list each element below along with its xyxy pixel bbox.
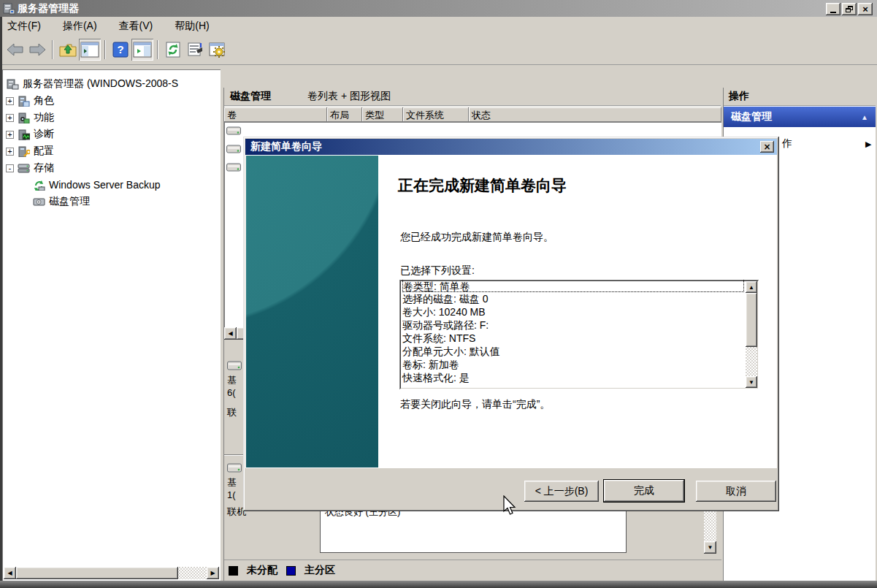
expand-icon[interactable]: +	[6, 131, 14, 139]
expand-icon[interactable]: +	[6, 148, 14, 156]
cancel-button[interactable]: 取消	[696, 481, 776, 502]
tree-item-label: Windows Server Backup	[49, 179, 161, 191]
tree-item-diagnostics[interactable]: + 诊断	[6, 127, 54, 142]
tree-root-server-manager[interactable]: 服务器管理器 (WINDOWS-2008-S	[7, 77, 178, 91]
column-type[interactable]: 类型	[362, 107, 403, 122]
features-icon	[18, 112, 30, 123]
column-status[interactable]: 状态	[469, 107, 721, 122]
pane-title: 磁盘管理	[230, 90, 271, 103]
toolbar-separator	[104, 40, 106, 59]
disk-management-icon	[33, 196, 45, 207]
scroll-down-icon[interactable]: ▼	[746, 376, 757, 388]
roles-icon	[18, 96, 30, 107]
up-one-level-icon[interactable]	[57, 39, 79, 61]
tree-item-storage[interactable]: - 存储	[6, 161, 54, 175]
tree-item-roles[interactable]: + 角色	[6, 93, 54, 108]
volume-icon	[226, 126, 241, 136]
tree-item-disk-management[interactable]: 磁盘管理	[33, 194, 90, 209]
scroll-left-icon[interactable]: ◀	[224, 327, 237, 340]
console-options-icon[interactable]	[206, 39, 228, 61]
disk2-size-fragment: 1(	[227, 489, 236, 500]
settings-listbox[interactable]: 卷类型: 简单卷 选择的磁盘: 磁盘 0 卷大小: 10240 MB 驱动器号或…	[399, 280, 759, 389]
expand-icon[interactable]: +	[6, 97, 14, 105]
menu-action[interactable]: 操作(A)	[63, 20, 97, 33]
disk-icon	[227, 463, 242, 473]
storage-icon	[18, 163, 30, 174]
tree-item-label: 配置	[34, 145, 54, 158]
minimize-button[interactable]	[826, 3, 840, 15]
tree-hscrollbar[interactable]: ◀ ▶	[4, 567, 219, 579]
disk1-size-fragment: 6(	[227, 387, 236, 398]
tree-item-configuration[interactable]: + 配置	[6, 144, 54, 159]
collapse-section-icon[interactable]: ▲	[861, 113, 868, 121]
menu-help[interactable]: 帮助(H)	[175, 20, 209, 33]
close-icon: ×	[763, 142, 770, 152]
column-filesystem[interactable]: 文件系统	[403, 107, 469, 122]
settings-item[interactable]: 驱动器号或路径: F:	[402, 318, 744, 332]
tree-item-label: 磁盘管理	[49, 195, 90, 208]
menu-view[interactable]: 查看(V)	[119, 20, 153, 33]
tree-item-label: 诊断	[34, 128, 54, 141]
wizard-close-button[interactable]: ×	[760, 141, 774, 153]
scroll-up-icon[interactable]: ▲	[746, 281, 757, 293]
show-console-tree-icon[interactable]	[79, 39, 101, 61]
settings-vscrollbar[interactable]: ▲ ▼	[746, 281, 757, 388]
restore-button[interactable]	[842, 3, 857, 15]
toolbar: ?	[0, 35, 877, 65]
diagnostics-icon	[18, 129, 30, 140]
more-actions-fragment: 作	[782, 137, 792, 150]
forward-icon[interactable]	[26, 39, 48, 61]
settings-item[interactable]: 快速格式化: 是	[402, 371, 744, 384]
volume-icon	[226, 163, 241, 172]
mouse-cursor	[502, 495, 518, 517]
settings-item[interactable]: 卷标: 新加卷	[402, 358, 744, 371]
show-action-pane-icon[interactable]	[131, 39, 153, 61]
tree-item-windows-server-backup[interactable]: Windows Server Backup	[33, 177, 161, 192]
expand-icon[interactable]: +	[6, 114, 14, 122]
scroll-left-icon[interactable]: ◀	[4, 567, 16, 579]
graphic-legend: 未分配 主分区	[224, 560, 721, 581]
settings-item[interactable]: 卷类型: 简单卷	[402, 280, 744, 292]
menu-file[interactable]: 文件(F)	[7, 20, 41, 33]
backup-icon	[33, 180, 45, 191]
console-tree: 服务器管理器 (WINDOWS-2008-S + 角色 + 功能 + 诊断 + …	[2, 69, 221, 581]
primary-partition-color-swatch	[286, 566, 296, 576]
tree-root-label: 服务器管理器 (WINDOWS-2008-S	[23, 77, 178, 91]
export-list-icon[interactable]	[184, 39, 206, 61]
refresh-icon[interactable]	[162, 39, 184, 61]
toolbar-separator	[52, 40, 53, 59]
actions-header: 操作	[724, 88, 876, 106]
scroll-thumb[interactable]	[746, 293, 757, 347]
settings-item[interactable]: 卷大小: 10240 MB	[402, 305, 744, 318]
collapse-icon[interactable]: -	[6, 164, 14, 172]
column-layout[interactable]: 布局	[327, 107, 362, 122]
tree-item-label: 存储	[34, 161, 54, 175]
finish-button[interactable]: 完成	[603, 479, 685, 503]
settings-item[interactable]: 文件系统: NTFS	[402, 332, 744, 345]
wizard-heading: 正在完成新建简单卷向导	[398, 175, 763, 196]
wizard-banner	[246, 156, 378, 467]
scroll-thumb[interactable]	[16, 567, 178, 579]
pane-header: 磁盘管理 卷列表 + 图形视图	[224, 88, 721, 106]
tree-item-label: 功能	[34, 111, 54, 124]
new-simple-volume-wizard: 新建简单卷向导 × 正在完成新建简单卷向导 您已经成功完成新建简单卷向导。 已选…	[243, 137, 779, 511]
close-button[interactable]: ×	[858, 3, 873, 15]
settings-item[interactable]: 分配单元大小: 默认值	[402, 345, 744, 358]
help-icon[interactable]: ?	[110, 39, 131, 61]
wizard-body: 正在完成新建简单卷向导 您已经成功完成新建简单卷向导。 已选择下列设置: 卷类型…	[245, 155, 777, 468]
minimize-icon	[830, 12, 836, 13]
scroll-down-icon[interactable]: ▼	[704, 541, 716, 554]
svg-text:?: ?	[117, 43, 123, 56]
actions-section-disk-management[interactable]: 磁盘管理 ▲	[724, 107, 876, 127]
back-button[interactable]: < 上一步(B)	[524, 481, 599, 502]
back-icon[interactable]	[4, 39, 26, 61]
window-left-edge	[0, 17, 2, 581]
settings-item[interactable]: 选择的磁盘: 磁盘 0	[402, 292, 744, 305]
restore-icon	[846, 6, 853, 12]
column-volume[interactable]: 卷	[224, 107, 327, 122]
pane-view-label: 卷列表 + 图形视图	[307, 90, 391, 103]
scroll-right-icon[interactable]: ▶	[207, 567, 219, 579]
actions-section-label: 磁盘管理	[731, 110, 772, 123]
more-actions-expand-icon[interactable]: ▶	[865, 140, 871, 149]
tree-item-features[interactable]: + 功能	[6, 110, 54, 125]
